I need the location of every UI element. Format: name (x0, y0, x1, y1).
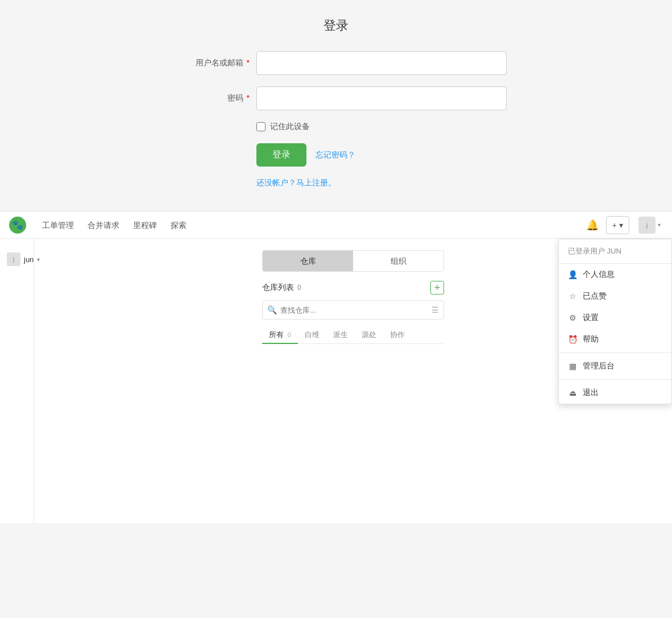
password-input[interactable] (256, 86, 507, 110)
remember-label: 记住此设备 (270, 122, 310, 132)
dropdown-header: 已登录用户 JUN (559, 239, 671, 264)
filter-icon[interactable]: ☰ (432, 305, 439, 314)
subtab-own[interactable]: 白维 (298, 326, 326, 343)
subtab-fork[interactable]: 派生 (326, 326, 355, 343)
dropdown-divider (559, 352, 671, 353)
dropdown-item-profile[interactable]: 👤 个人信息 (559, 264, 671, 285)
clock-icon: ⏰ (568, 335, 577, 344)
repo-search-input[interactable] (280, 306, 432, 314)
subtab-all-count: 0 (288, 331, 291, 338)
nav-item-milestone[interactable]: 里程碑 (126, 211, 164, 239)
user-menu-button[interactable]: j ▾ (633, 217, 663, 234)
sidebar-user-avatar: j (7, 252, 20, 266)
plus-icon: + (612, 221, 617, 230)
app-section: 🐾 工单管理 合并请求 里程碑 探索 🔔 + ▾ j ▾ 已登录用户 JUN 👤… (0, 211, 672, 523)
register-link[interactable]: 还没帐户？马上注册。 (256, 178, 336, 187)
plus-chevron-icon: ▾ (619, 221, 623, 230)
user-dropdown-menu: 已登录用户 JUN 👤 个人信息 ☆ 已点赞 ⚙ 设置 ⏰ 帮助 ▦ 管理后台 (558, 239, 672, 404)
nav-user-avatar: j (638, 217, 656, 234)
dropdown-divider-2 (559, 379, 671, 380)
repo-search-box: 🔍 ☰ (262, 300, 444, 320)
nav-item-mergerequest[interactable]: 合并请求 (81, 211, 126, 239)
repo-list-header: 仓库列表 0 + (262, 281, 444, 295)
top-nav: 🐾 工单管理 合并请求 里程碑 探索 🔔 + ▾ j ▾ 已登录用户 JUN 👤… (0, 211, 672, 239)
nav-chevron-icon: ▾ (658, 222, 661, 228)
dropdown-item-settings[interactable]: ⚙ 设置 (559, 307, 671, 329)
register-row: 还没帐户？马上注册。 (256, 178, 507, 188)
remember-row: 记住此设备 (256, 122, 507, 132)
profile-icon: 👤 (568, 270, 577, 279)
dropdown-item-help[interactable]: ⏰ 帮助 (559, 329, 671, 350)
subtab-all[interactable]: 所有 0 (262, 326, 298, 343)
repo-count-badge: 0 (297, 284, 301, 292)
repo-list-title: 仓库列表 0 (262, 283, 301, 293)
action-row: 登录 忘记密码？ (256, 143, 507, 167)
nav-item-explore[interactable]: 探索 (164, 211, 193, 239)
subtab-source[interactable]: 源处 (355, 326, 383, 343)
tab-repo[interactable]: 仓库 (263, 251, 353, 271)
login-title: 登录 (0, 17, 672, 34)
password-label: 密码 * (165, 93, 256, 103)
username-row: 用户名或邮箱 * (165, 51, 507, 75)
create-button[interactable]: + ▾ (606, 216, 629, 234)
nav-logo[interactable]: 🐾 (9, 217, 26, 234)
password-required-star: * (247, 93, 250, 102)
password-row: 密码 * (165, 86, 507, 110)
admin-icon: ▦ (568, 362, 577, 371)
login-button[interactable]: 登录 (256, 143, 306, 167)
username-required-star: * (247, 58, 250, 67)
username-input[interactable] (256, 51, 507, 75)
user-sidebar-item[interactable]: j jun ▾ (0, 248, 34, 271)
sidebar-username: jun (24, 255, 34, 264)
remember-checkbox[interactable] (256, 122, 266, 131)
login-section: 登录 用户名或邮箱 * 密码 * 记住此设备 登录 忘记密码？ (0, 0, 672, 211)
dropdown-item-starred[interactable]: ☆ 已点赞 (559, 285, 671, 307)
login-form: 用户名或邮箱 * 密码 * 记住此设备 登录 忘记密码？ 还没帐户？马上注册。 (165, 51, 507, 188)
gear-icon: ⚙ (568, 313, 577, 322)
notification-button[interactable]: 🔔 (582, 215, 603, 235)
repo-subtabs: 所有 0 白维 派生 源处 协作 (262, 326, 444, 344)
sidebar: j jun ▾ (0, 239, 34, 523)
logo-icon: 🐾 (12, 219, 23, 230)
subtab-collab[interactable]: 协作 (383, 326, 412, 343)
forgot-password-link[interactable]: 忘记密码？ (316, 150, 355, 160)
repo-add-button[interactable]: + (430, 281, 444, 295)
repo-org-tabs: 仓库 组织 (262, 250, 444, 272)
bell-icon: 🔔 (586, 219, 599, 231)
username-label: 用户名或邮箱 * (165, 58, 256, 68)
repo-panel: 仓库 组织 仓库列表 0 + 🔍 ☰ (262, 250, 444, 512)
tab-org[interactable]: 组织 (353, 251, 443, 271)
dropdown-item-admin[interactable]: ▦ 管理后台 (559, 355, 671, 377)
search-icon: 🔍 (267, 305, 277, 314)
dropdown-item-logout[interactable]: ⏏ 退出 (559, 382, 671, 404)
star-icon: ☆ (568, 292, 577, 301)
nav-item-workorder[interactable]: 工单管理 (35, 211, 81, 239)
logout-icon: ⏏ (568, 388, 577, 397)
